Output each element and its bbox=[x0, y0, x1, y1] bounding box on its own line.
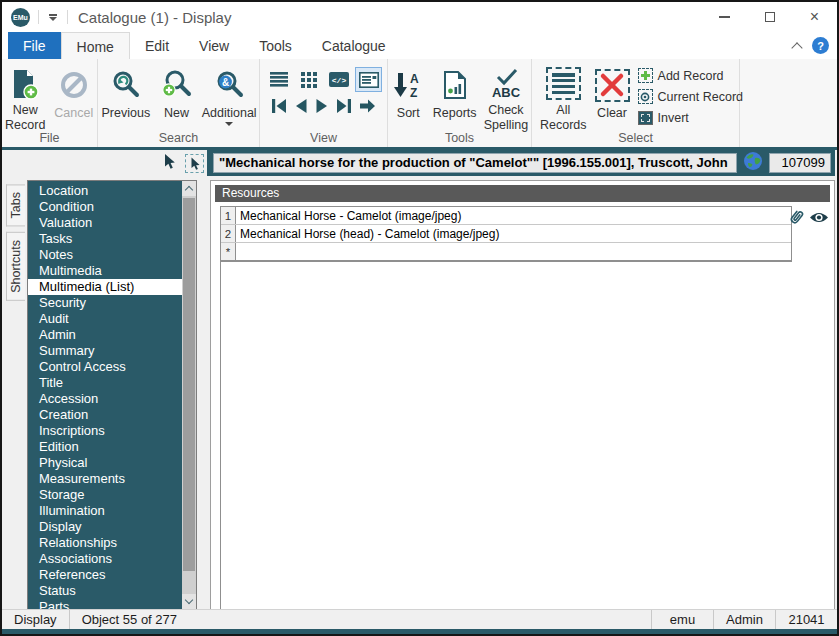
row-text[interactable]: Mechanical Horse - Camelot (image/jpeg) bbox=[236, 207, 791, 224]
scrollbar-thumb[interactable] bbox=[183, 198, 195, 571]
sidebar-item-status[interactable]: Status bbox=[28, 583, 196, 599]
sidebar-item-summary[interactable]: Summary bbox=[28, 343, 196, 359]
quick-access-dropdown-icon[interactable] bbox=[47, 14, 59, 21]
collapse-ribbon-icon[interactable] bbox=[793, 43, 802, 48]
sidebar-item-title[interactable]: Title bbox=[28, 375, 196, 391]
sidebar-item-location[interactable]: Location bbox=[28, 183, 196, 199]
status-bar: Display Object 55 of 277 emu Admin 21041 bbox=[2, 609, 837, 629]
reports-icon bbox=[441, 66, 469, 104]
multimedia-list-panel: Resources 1 Mechanical Horse - Camelot (… bbox=[210, 180, 835, 610]
sidebar-item-illumination[interactable]: Illumination bbox=[28, 503, 196, 519]
sidebar-item-valuation[interactable]: Valuation bbox=[28, 215, 196, 231]
tab-view[interactable]: View bbox=[184, 32, 244, 59]
tab-edit[interactable]: Edit bbox=[130, 32, 184, 59]
status-service: emu bbox=[651, 610, 713, 629]
view-code-button[interactable]: </> bbox=[326, 68, 351, 91]
emu-window: EMu Catalogue (1) - Display × File Home … bbox=[0, 0, 839, 636]
tab-file[interactable]: File bbox=[8, 32, 61, 59]
row-text[interactable]: Mechanical Horse (head) - Camelot (image… bbox=[236, 225, 791, 242]
invert-selection-button[interactable]: Invert bbox=[638, 109, 743, 126]
sidebar-item-inscriptions[interactable]: Inscriptions bbox=[28, 423, 196, 439]
sidebar-item-tasks[interactable]: Tasks bbox=[28, 231, 196, 247]
select-cursor-icon[interactable] bbox=[185, 154, 204, 173]
check-spelling-icon: ABC bbox=[490, 66, 522, 101]
sidebar-item-relationships[interactable]: Relationships bbox=[28, 535, 196, 551]
scroll-up-icon[interactable] bbox=[182, 181, 196, 196]
sidebar-item-multimedia-list[interactable]: Multimedia (List) bbox=[28, 279, 196, 295]
search-additional-button[interactable]: & Additional bbox=[199, 64, 259, 132]
window-bottom-accent bbox=[2, 629, 837, 634]
add-record-button[interactable]: Add Record bbox=[638, 67, 743, 84]
current-record-button[interactable]: Current Record bbox=[638, 88, 743, 105]
close-button[interactable]: × bbox=[792, 2, 837, 32]
sidebar-item-audit[interactable]: Audit bbox=[28, 311, 196, 327]
maximize-button[interactable] bbox=[747, 2, 792, 32]
sidebar-item-display[interactable]: Display bbox=[28, 519, 196, 535]
record-summary-field[interactable]: "Mechanical horse for the production of … bbox=[213, 153, 737, 173]
sidebar-item-associations[interactable]: Associations bbox=[28, 551, 196, 567]
sidebar-scrollbar[interactable] bbox=[182, 181, 196, 609]
search-previous-button[interactable]: Previous bbox=[98, 64, 154, 132]
sidebar-item-physical[interactable]: Physical bbox=[28, 455, 196, 471]
row-text[interactable] bbox=[236, 243, 791, 260]
ribbon-group-search: Previous New & Additional Search bbox=[98, 59, 260, 147]
search-new-button[interactable]: New bbox=[156, 64, 198, 132]
cancel-button[interactable]: Cancel bbox=[51, 64, 98, 132]
sidebar-item-references[interactable]: References bbox=[28, 567, 196, 583]
sidebar-item-multimedia[interactable]: Multimedia bbox=[28, 263, 196, 279]
view-grid-button[interactable] bbox=[296, 68, 321, 91]
ribbon-tab-row: File Home Edit View Tools Catalogue bbox=[2, 32, 837, 59]
view-details-button[interactable] bbox=[356, 68, 381, 91]
sidebar-item-notes[interactable]: Notes bbox=[28, 247, 196, 263]
previous-record-button[interactable] bbox=[294, 98, 308, 118]
view-list-button[interactable] bbox=[266, 68, 291, 91]
minimize-icon bbox=[719, 16, 730, 18]
sidebar-item-control-access[interactable]: Control Access bbox=[28, 359, 196, 375]
sidebar-item-admin[interactable]: Admin bbox=[28, 327, 196, 343]
clear-selection-button[interactable]: Clear bbox=[595, 64, 630, 132]
tab-home[interactable]: Home bbox=[61, 32, 130, 59]
ribbon-group-tools: AZ Sort Reports ABC Check Spelling bbox=[388, 59, 532, 147]
reports-button[interactable]: Reports bbox=[431, 64, 479, 132]
sidebar-item-accession[interactable]: Accession bbox=[28, 391, 196, 407]
sidebar-item-condition[interactable]: Condition bbox=[28, 199, 196, 215]
sidebar-item-security[interactable]: Security bbox=[28, 295, 196, 311]
sidebar-item-edition[interactable]: Edition bbox=[28, 439, 196, 455]
status-mode: Display bbox=[2, 610, 70, 629]
record-irn-field[interactable]: 107099 bbox=[769, 153, 831, 173]
check-spelling-button[interactable]: ABC Check Spelling bbox=[481, 64, 531, 132]
invert-icon bbox=[638, 111, 653, 125]
side-tab-shortcuts[interactable]: Shortcuts bbox=[6, 232, 25, 301]
svg-text:ABC: ABC bbox=[492, 85, 521, 100]
all-records-button[interactable]: All Records bbox=[540, 64, 587, 132]
grid-border-extension bbox=[220, 262, 221, 609]
row-number: 1 bbox=[221, 207, 236, 224]
side-tab-tabs[interactable]: Tabs bbox=[6, 184, 25, 226]
sort-icon: AZ bbox=[393, 66, 423, 104]
scroll-down-icon[interactable] bbox=[182, 594, 196, 609]
eye-icon[interactable] bbox=[809, 210, 829, 229]
status-record-position: Object 55 of 277 bbox=[70, 610, 189, 629]
next-record-button[interactable] bbox=[315, 98, 329, 118]
sidebar-item-storage[interactable]: Storage bbox=[28, 487, 196, 503]
table-row-new[interactable]: * bbox=[221, 243, 791, 261]
tab-tools[interactable]: Tools bbox=[244, 32, 307, 59]
pointer-cursor-icon[interactable] bbox=[162, 153, 177, 174]
tab-catalogue[interactable]: Catalogue bbox=[307, 32, 401, 59]
view-details-icon bbox=[359, 72, 379, 88]
minimize-button[interactable] bbox=[702, 2, 747, 32]
new-record-button[interactable]: New Record bbox=[2, 64, 49, 132]
sidebar-item-measurements[interactable]: Measurements bbox=[28, 471, 196, 487]
help-button[interactable]: ? bbox=[812, 37, 829, 54]
row-number: 2 bbox=[221, 225, 236, 242]
table-row[interactable]: 1 Mechanical Horse - Camelot (image/jpeg… bbox=[221, 207, 791, 225]
view-list-icon bbox=[270, 72, 288, 87]
goto-record-button[interactable] bbox=[359, 98, 376, 118]
last-record-button[interactable] bbox=[336, 98, 352, 118]
sort-button[interactable]: AZ Sort bbox=[388, 64, 429, 132]
first-record-button[interactable] bbox=[271, 98, 287, 118]
table-row[interactable]: 2 Mechanical Horse (head) - Camelot (ima… bbox=[221, 225, 791, 243]
paperclip-icon[interactable] bbox=[787, 208, 806, 231]
group-label-search: Search bbox=[98, 131, 259, 145]
sidebar-item-creation[interactable]: Creation bbox=[28, 407, 196, 423]
